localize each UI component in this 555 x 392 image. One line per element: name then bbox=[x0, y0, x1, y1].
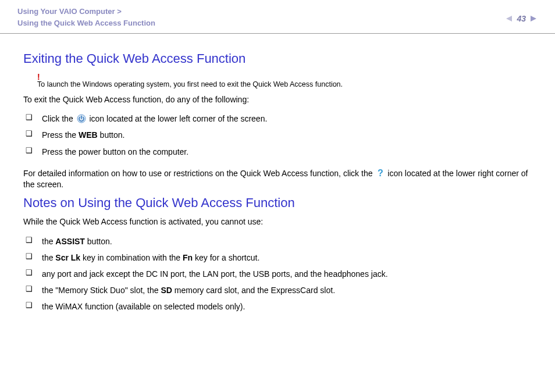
text-fragment: Press the bbox=[42, 130, 79, 140]
page-navigation: 43 bbox=[505, 6, 538, 23]
list-item: any port and jack except the DC IN port,… bbox=[26, 266, 532, 282]
assist-button-label: ASSIST bbox=[55, 237, 85, 246]
section-heading-exiting: Exiting the Quick Web Access Function bbox=[23, 51, 532, 66]
help-icon: ? bbox=[376, 168, 384, 179]
section-heading-notes: Notes on Using the Quick Web Access Func… bbox=[23, 195, 532, 211]
warning-note: ! To launch the Windows operating system… bbox=[37, 72, 532, 88]
detail-info-text: For detailed information on how to use o… bbox=[23, 168, 532, 190]
warning-text: To launch the Windows operating system, … bbox=[37, 80, 532, 88]
svg-marker-1 bbox=[531, 16, 536, 22]
text-fragment: key for a shortcut. bbox=[193, 253, 259, 262]
next-page-icon[interactable] bbox=[529, 15, 538, 23]
list-item: Press the power button on the computer. bbox=[26, 144, 532, 160]
list-item: the "Memory Stick Duo" slot, the SD memo… bbox=[26, 282, 532, 298]
text-fragment: button. bbox=[98, 130, 125, 140]
text-fragment: For detailed information on how to use o… bbox=[23, 169, 375, 178]
breadcrumb-level-2[interactable]: Using the Quick Web Access Function bbox=[17, 19, 155, 27]
svg-marker-0 bbox=[506, 16, 512, 22]
breadcrumb-level-1[interactable]: Using Your VAIO Computer bbox=[17, 7, 115, 16]
page-number: 43 bbox=[517, 14, 526, 23]
page-content: Exiting the Quick Web Access Function ! … bbox=[0, 34, 555, 334]
web-button-label: WEB bbox=[79, 130, 98, 140]
text-fragment: Click the bbox=[42, 114, 76, 123]
text-fragment: memory card slot, and the ExpressCard sl… bbox=[172, 286, 335, 295]
text-fragment: the bbox=[42, 253, 55, 262]
list-item: Press the WEB button. bbox=[26, 127, 532, 143]
text-fragment: icon located at the lower left corner of… bbox=[89, 114, 267, 123]
text-fragment: the "Memory Stick Duo" slot, the bbox=[42, 286, 161, 295]
scrlk-key-label: Scr Lk bbox=[55, 253, 80, 262]
list-item: the ASSIST button. bbox=[26, 233, 532, 250]
text-fragment: button. bbox=[85, 237, 112, 246]
sd-label: SD bbox=[161, 286, 172, 295]
list-item: the Scr Lk key in combination with the F… bbox=[26, 250, 532, 266]
text-fragment: the bbox=[42, 237, 55, 246]
breadcrumb-separator: > bbox=[117, 7, 122, 16]
list-item: the WiMAX function (available on selecte… bbox=[26, 298, 532, 315]
list-item: Click the icon located at the lower left… bbox=[26, 111, 532, 127]
page-header: Using Your VAIO Computer > Using the Qui… bbox=[0, 0, 555, 34]
notes-intro-text: While the Quick Web Access function is a… bbox=[23, 216, 532, 227]
prev-page-icon[interactable] bbox=[505, 15, 513, 23]
exit-intro-text: To exit the Quick Web Access function, d… bbox=[23, 94, 532, 105]
power-icon bbox=[77, 114, 86, 123]
breadcrumb: Using Your VAIO Computer > Using the Qui… bbox=[17, 6, 155, 28]
svg-text:?: ? bbox=[378, 168, 383, 178]
restrictions-list: the ASSIST button. the Scr Lk key in com… bbox=[23, 233, 532, 315]
text-fragment: key in combination with the bbox=[80, 253, 183, 262]
fn-key-label: Fn bbox=[183, 253, 193, 262]
exit-options-list: Click the icon located at the lower left… bbox=[23, 111, 532, 160]
